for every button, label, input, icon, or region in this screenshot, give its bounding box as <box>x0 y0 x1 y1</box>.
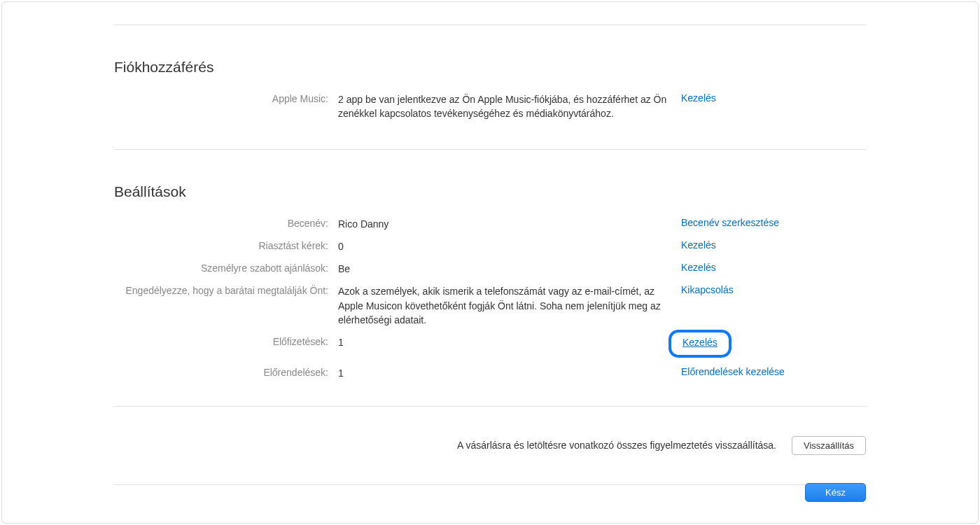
reset-button[interactable]: Visszaállítás <box>792 436 866 455</box>
footer: Kész <box>805 483 866 502</box>
allow-friends-value: Azok a személyek, akik ismerik a telefon… <box>338 284 681 327</box>
divider <box>114 24 866 25</box>
apple-music-row: Apple Music: 2 app be van jelentkezve az… <box>114 92 866 121</box>
highlight-ring: Kezelés <box>668 330 732 358</box>
alert-manage-link[interactable]: Kezelés <box>681 239 716 251</box>
preorders-manage-link[interactable]: Előrendelések kezelése <box>681 366 785 377</box>
preorders-row: Előrendelések: 1 Előrendelések kezelése <box>114 366 866 380</box>
subscriptions-value: 1 <box>338 335 681 349</box>
personalized-row: Személyre szabott ajánlások: Be Kezelés <box>114 262 866 276</box>
personalized-manage-link[interactable]: Kezelés <box>681 262 716 273</box>
nickname-label: Becenév: <box>114 217 338 229</box>
preorders-value: 1 <box>338 366 681 380</box>
subscriptions-row: Előfizetések: 1 Kezelés <box>114 335 866 358</box>
apple-music-label: Apple Music: <box>114 92 338 104</box>
reset-warnings-row: A vásárlásra és letöltésre vonatkozó öss… <box>114 436 866 455</box>
divider <box>114 484 866 485</box>
subscriptions-manage-link[interactable]: Kezelés <box>682 337 718 348</box>
apple-music-manage-link[interactable]: Kezelés <box>681 92 716 104</box>
settings-window: Fiókhozzáférés Apple Music: 2 app be van… <box>1 1 979 524</box>
settings-title: Beállítások <box>114 183 866 200</box>
allow-friends-disable-link[interactable]: Kikapcsolás <box>681 284 734 295</box>
alert-label: Riasztást kérek: <box>114 239 338 251</box>
apple-music-value: 2 app be van jelentkezve az Ön Apple Mus… <box>338 92 681 121</box>
divider <box>114 149 866 150</box>
alert-row: Riasztást kérek: 0 Kezelés <box>114 239 866 253</box>
subscriptions-label: Előfizetések: <box>114 335 338 347</box>
edit-nickname-link[interactable]: Becenév szerkesztése <box>681 217 779 228</box>
personalized-label: Személyre szabott ajánlások: <box>114 262 338 274</box>
account-access-title: Fiókhozzáférés <box>114 59 866 76</box>
nickname-row: Becenév: Rico Danny Becenév szerkesztése <box>114 217 866 231</box>
allow-friends-row: Engedélyezze, hogy a barátai megtalálják… <box>114 284 866 327</box>
reset-warnings-text: A vásárlásra és letöltésre vonatkozó öss… <box>457 440 776 451</box>
allow-friends-label: Engedélyezze, hogy a barátai megtalálják… <box>114 284 338 296</box>
done-button[interactable]: Kész <box>805 483 866 502</box>
divider <box>114 406 866 407</box>
nickname-value: Rico Danny <box>338 217 681 231</box>
personalized-value: Be <box>338 262 681 276</box>
preorders-label: Előrendelések: <box>114 366 338 378</box>
content-area: Fiókhozzáférés Apple Music: 2 app be van… <box>2 24 978 485</box>
alert-value: 0 <box>338 239 681 253</box>
